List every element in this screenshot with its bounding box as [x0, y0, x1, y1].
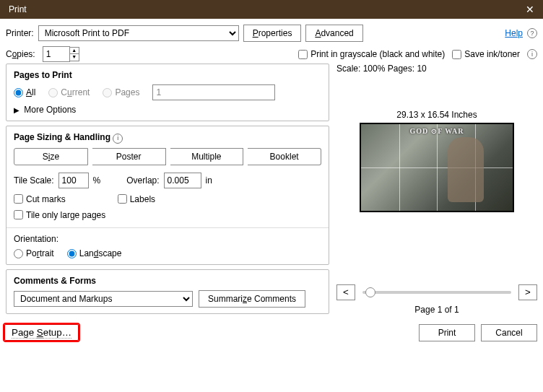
properties-button[interactable]: Properties: [243, 25, 302, 42]
next-page-button[interactable]: >: [518, 284, 537, 300]
preview-dimensions: 29.13 x 16.54 Inches: [336, 110, 537, 120]
comments-select[interactable]: Document and Markups: [14, 291, 193, 307]
copies-down[interactable]: ▼: [69, 54, 79, 61]
cancel-button[interactable]: Cancel: [481, 324, 537, 341]
titlebar: Print ✕: [0, 0, 543, 19]
window-title: Print: [6, 4, 27, 14]
preview-figure: [448, 137, 484, 202]
tile-scale-unit: %: [93, 175, 101, 186]
pages-title: Pages to Print: [14, 70, 321, 80]
radio-portrait[interactable]: Portrait: [14, 248, 54, 258]
pages-to-print-panel: Pages to Print All Current Pages: [6, 64, 329, 121]
grayscale-checkbox[interactable]: Print in grayscale (black and white): [298, 49, 445, 59]
zoom-slider[interactable]: [362, 291, 511, 294]
summarize-button[interactable]: Summarize Comments: [199, 290, 305, 308]
tile-scale-input[interactable]: [58, 173, 89, 188]
radio-landscape[interactable]: Landscape: [67, 248, 122, 258]
copies-up[interactable]: ▲: [69, 47, 79, 54]
page-indicator: Page 1 of 1: [336, 305, 537, 315]
radio-all[interactable]: All: [14, 87, 35, 97]
page-setup-button[interactable]: Page Setup…: [3, 323, 80, 342]
prev-page-button[interactable]: <: [336, 284, 355, 300]
tile-large-checkbox[interactable]: Tile only large pages: [14, 210, 105, 220]
sizing-title: Page Sizing & Handling i: [14, 132, 321, 144]
copies-input[interactable]: [43, 46, 70, 62]
radio-current[interactable]: Current: [48, 87, 90, 97]
help-link[interactable]: Help: [505, 28, 523, 38]
labels-checkbox[interactable]: Labels: [118, 194, 155, 204]
size-button[interactable]: Size: [14, 148, 88, 165]
preview-image: GOD ⊙F WAR: [360, 123, 514, 212]
orientation-title: Orientation:: [14, 234, 321, 244]
printer-label: Printer:: [6, 28, 34, 38]
overlap-input[interactable]: [164, 173, 201, 188]
save-ink-checkbox[interactable]: Save ink/toner: [452, 49, 520, 59]
close-icon[interactable]: ✕: [523, 4, 537, 15]
print-button[interactable]: Print: [419, 324, 475, 341]
cut-marks-checkbox[interactable]: Cut marks: [14, 194, 66, 204]
overlap-unit: in: [206, 175, 212, 186]
comments-panel: Comments & Forms Document and Markups Su…: [6, 269, 329, 314]
advanced-button[interactable]: Advanced: [305, 25, 362, 42]
slider-thumb[interactable]: [365, 287, 375, 297]
sizing-info-icon[interactable]: i: [113, 134, 123, 144]
pages-range-input[interactable]: [152, 84, 275, 100]
scale-pages-text: Scale: 100% Pages: 10: [336, 64, 537, 74]
comments-title: Comments & Forms: [14, 276, 321, 286]
poster-button[interactable]: Poster: [92, 148, 166, 165]
overlap-label: Overlap:: [126, 175, 159, 186]
radio-pages[interactable]: Pages: [103, 87, 139, 97]
more-options-toggle[interactable]: ▶ More Options: [14, 105, 321, 115]
chevron-right-icon: ▶: [14, 106, 19, 114]
page-sizing-panel: Page Sizing & Handling i Size Poster Mul…: [6, 126, 329, 265]
tile-scale-label: Tile Scale:: [14, 175, 54, 186]
save-ink-info-icon[interactable]: i: [527, 49, 537, 59]
copies-label: Copies:: [6, 49, 35, 59]
booklet-button[interactable]: Booklet: [248, 148, 321, 165]
copies-spinner[interactable]: ▲ ▼: [43, 46, 79, 62]
sizing-mode-buttons: Size Poster Multiple Booklet: [14, 148, 321, 165]
printer-select[interactable]: Microsoft Print to PDF: [38, 25, 239, 41]
preview-logo: GOD ⊙F WAR: [409, 127, 464, 135]
multiple-button[interactable]: Multiple: [170, 148, 244, 165]
help-info-icon[interactable]: ?: [527, 28, 537, 38]
